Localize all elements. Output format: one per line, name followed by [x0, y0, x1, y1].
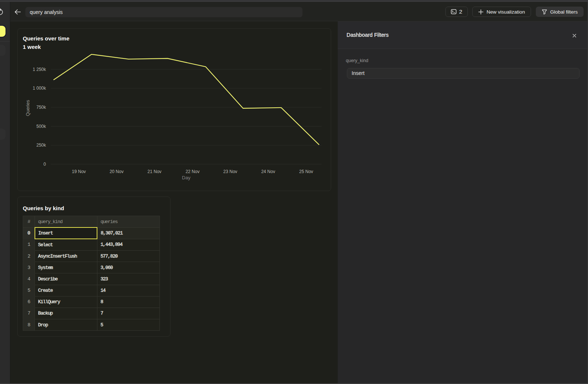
svg-text:1 000k: 1 000k: [33, 86, 46, 91]
svg-text:21 Nov: 21 Nov: [147, 169, 161, 174]
svg-text:20 Nov: 20 Nov: [110, 169, 123, 174]
svg-text:25 Nov: 25 Nov: [299, 169, 313, 174]
svg-text:1 250k: 1 250k: [33, 67, 46, 72]
svg-text:750k: 750k: [36, 105, 46, 110]
svg-text:Queries: Queries: [25, 100, 31, 116]
svg-text:250k: 250k: [36, 143, 46, 148]
svg-text:24 Nov: 24 Nov: [261, 169, 275, 174]
svg-text:19 Nov: 19 Nov: [72, 169, 86, 174]
svg-text:23 Nov: 23 Nov: [223, 169, 237, 174]
svg-text:0: 0: [43, 162, 46, 167]
svg-text:500k: 500k: [36, 124, 46, 129]
svg-text:Day: Day: [182, 175, 191, 180]
svg-text:22 Nov: 22 Nov: [186, 169, 200, 174]
